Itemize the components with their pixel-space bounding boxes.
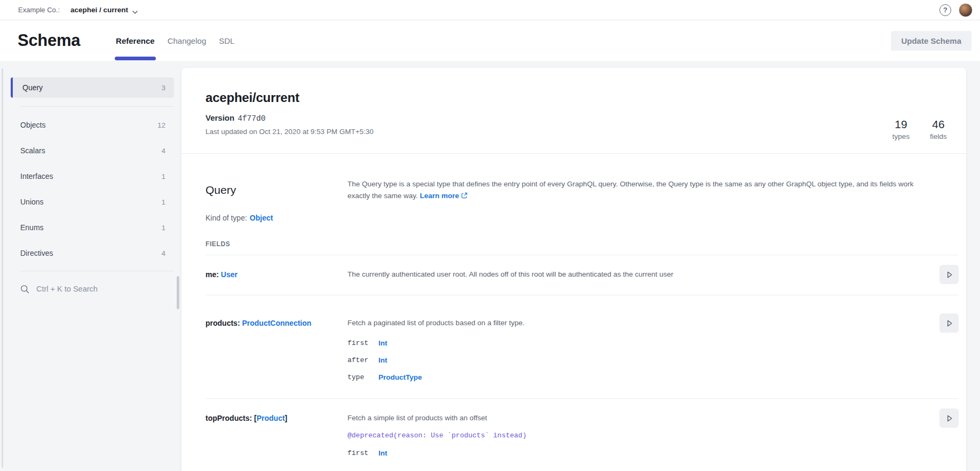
- field-name-separator: :: [249, 414, 254, 422]
- arg-type-link[interactable]: Int: [378, 339, 388, 347]
- graph-selector-label: acephei / current: [70, 6, 128, 14]
- kind-value-link[interactable]: Object: [250, 214, 273, 222]
- field-row-me: me: User The currently authenticated use…: [206, 255, 959, 295]
- field-name-text: topProducts: [206, 414, 249, 422]
- stat-fields-label: fields: [927, 132, 950, 140]
- sidebar-scrollbar-thumb[interactable]: [177, 276, 179, 309]
- stat-types: 19 types: [889, 118, 913, 140]
- field-row-products: products: ProductConnection Fetch a pagi…: [206, 295, 959, 398]
- field-name: me: User: [206, 269, 347, 280]
- play-icon: [944, 413, 954, 423]
- field-name-text: products: [206, 319, 238, 327]
- topbar: Example Co.: acephei / current ?: [0, 0, 980, 20]
- field-detail: Fetch a simple list of products with an …: [347, 413, 929, 461]
- field-args: first Int: [347, 444, 929, 461]
- arg-type-link[interactable]: Int: [378, 356, 388, 364]
- sidebar-item-label: Interfaces: [20, 172, 161, 180]
- sidebar-item-count: 1: [161, 224, 165, 232]
- tabs: Reference Changelog SDL: [109, 20, 241, 61]
- schema-stats: 19 types 46 fields: [889, 118, 950, 140]
- field-type-suffix: ]: [285, 414, 288, 422]
- sidebar-item-count: 1: [161, 172, 165, 180]
- field-type-link[interactable]: Product: [257, 414, 285, 422]
- field-row-topproducts: topProducts: [Product] Fetch a simple li…: [206, 398, 959, 471]
- schema-card: acephei/current Version4f77d0 Last updat…: [181, 68, 966, 471]
- stat-fields-value: 46: [927, 118, 950, 131]
- left-scrollbar-track[interactable]: [2, 68, 3, 468]
- tab-reference[interactable]: Reference: [109, 20, 161, 61]
- learn-more-link[interactable]: Learn more: [420, 192, 468, 200]
- sidebar-item-count: 4: [161, 249, 165, 257]
- sidebar-item-enums[interactable]: Enums 1: [11, 215, 174, 240]
- stat-types-label: types: [889, 132, 913, 140]
- sidebar-item-label: Objects: [20, 121, 157, 129]
- learn-more-label: Learn more: [420, 192, 460, 200]
- sidebar-item-unions[interactable]: Unions 1: [11, 189, 174, 215]
- sidebar-item-label: Enums: [20, 223, 161, 232]
- sidebar-item-scalars[interactable]: Scalars 4: [11, 138, 174, 163]
- field-description: The currently authenticated user root. A…: [347, 269, 929, 280]
- field-name-text: me: [206, 270, 216, 279]
- kind-of-type: Kind of type:Object: [206, 214, 959, 222]
- stat-fields: 46 fields: [927, 118, 950, 140]
- stat-types-value: 19: [889, 118, 913, 131]
- external-link-icon: [461, 192, 468, 199]
- question-icon: ?: [943, 6, 947, 13]
- update-schema-button[interactable]: Update Schema: [891, 31, 971, 51]
- sidebar-item-label: Unions: [20, 198, 161, 206]
- run-query-button[interactable]: [939, 409, 959, 428]
- schema-card-header: acephei/current Version4f77d0 Last updat…: [181, 68, 966, 153]
- search-icon: [20, 285, 29, 294]
- field-args: first Int after Int type ProductType: [347, 334, 929, 386]
- type-description: The Query type is a special type that de…: [347, 178, 959, 202]
- deprecated-annotation: @deprecated(reason: Use `products` inste…: [347, 428, 929, 443]
- org-label: Example Co.:: [18, 6, 60, 14]
- last-updated: Last updated on Oct 21, 2020 at 9:53 PM …: [206, 128, 950, 136]
- graph-title: acephei/current: [206, 90, 950, 105]
- help-button[interactable]: ?: [939, 4, 951, 16]
- arg-name: first: [347, 339, 378, 347]
- arg-name: type: [347, 373, 378, 381]
- sidebar-item-count: 12: [157, 121, 165, 129]
- field-type-link[interactable]: User: [221, 270, 238, 279]
- arg-type-link[interactable]: Int: [378, 449, 388, 457]
- search-hint: Ctrl + K to Search: [36, 285, 98, 293]
- sidebar-item-query[interactable]: Query 3: [11, 77, 174, 98]
- field-description: Fetch a paginated list of products based…: [347, 318, 929, 328]
- schema-nav-sidebar: Query 3 Objects 12 Scalars 4 Interfaces …: [11, 77, 174, 302]
- arg-row: first Int: [347, 334, 929, 351]
- chevron-down-icon: [132, 8, 138, 12]
- sidebar-item-count: 4: [161, 147, 165, 155]
- run-query-button[interactable]: [939, 313, 959, 333]
- sidebar-divider: [20, 271, 174, 271]
- type-name: Query: [206, 184, 347, 197]
- graph-selector[interactable]: acephei / current: [70, 6, 138, 14]
- play-icon: [944, 318, 954, 328]
- field-type-link[interactable]: ProductConnection: [242, 319, 311, 327]
- search-trigger[interactable]: Ctrl + K to Search: [11, 276, 174, 302]
- sidebar-item-label: Scalars: [20, 146, 161, 155]
- fields-heading: FIELDS: [206, 240, 959, 248]
- field-description: Fetch a simple list of products with an …: [347, 413, 929, 423]
- sidebar-item-count: 3: [161, 84, 165, 92]
- sidebar-item-label: Query: [22, 83, 161, 92]
- field-name-separator: :: [216, 270, 221, 279]
- run-query-button[interactable]: [939, 265, 959, 284]
- arg-name: after: [347, 356, 378, 364]
- sidebar-item-interfaces[interactable]: Interfaces 1: [11, 163, 174, 189]
- play-icon: [944, 270, 954, 280]
- field-name: products: ProductConnection: [206, 318, 347, 328]
- user-avatar[interactable]: [959, 3, 973, 17]
- version-label: Version: [206, 113, 234, 122]
- type-header-row: Query The Query type is a special type t…: [206, 178, 959, 202]
- type-section-query: Query The Query type is a special type t…: [181, 154, 966, 471]
- sidebar-item-directives[interactable]: Directives 4: [11, 240, 174, 266]
- sidebar-item-objects[interactable]: Objects 12: [11, 112, 174, 138]
- arg-type-link[interactable]: ProductType: [378, 373, 422, 381]
- tab-sdl[interactable]: SDL: [212, 20, 241, 61]
- tab-changelog[interactable]: Changelog: [161, 20, 213, 61]
- arg-row: type ProductType: [347, 368, 929, 386]
- field-detail: Fetch a paginated list of products based…: [347, 318, 929, 386]
- arg-name: first: [347, 449, 378, 457]
- sidebar-item-count: 1: [161, 198, 165, 206]
